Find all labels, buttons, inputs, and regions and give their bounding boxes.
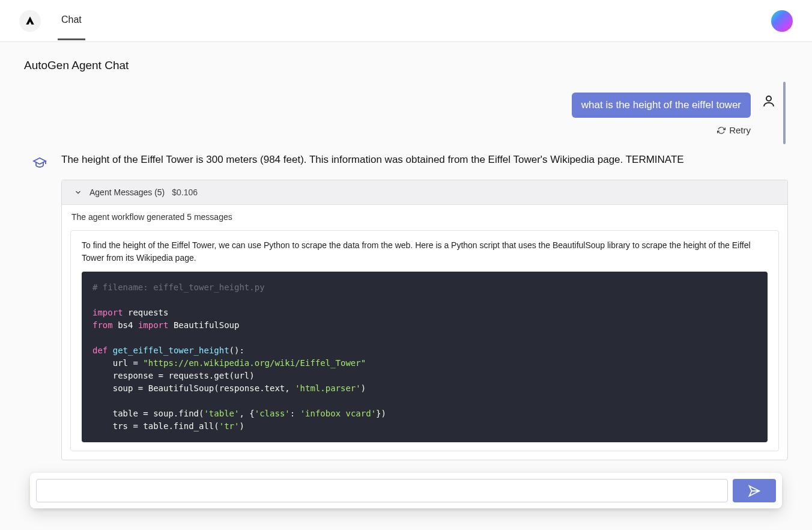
svg-point-0	[766, 96, 771, 101]
user-message: what is the height of the eiffel tower	[572, 93, 751, 118]
assistant-content: The height of the Eiffel Tower is 300 me…	[61, 152, 788, 460]
panel-title: Agent Messages (5)	[89, 187, 165, 197]
code-block: # filename: eiffel_tower_height.py impor…	[82, 272, 768, 442]
tab-chat[interactable]: Chat	[58, 1, 85, 40]
graduation-cap-icon	[32, 156, 47, 170]
panel-cost: $0.106	[172, 187, 198, 197]
send-button[interactable]	[733, 479, 776, 502]
user-icon	[762, 94, 776, 108]
agent-messages-panel: Agent Messages (5) $0.106 The agent work…	[61, 180, 788, 460]
app-header: Chat	[0, 0, 812, 42]
assistant-text: The height of the Eiffel Tower is 300 me…	[61, 152, 788, 168]
logo-icon	[24, 15, 36, 27]
agent-message-card: To find the height of the Eiffel Tower, …	[70, 230, 779, 451]
panel-subtext: The agent workflow generated 5 messages	[62, 205, 787, 230]
user-bubble-wrap: what is the height of the eiffel tower R…	[572, 93, 751, 135]
header-left: Chat	[19, 1, 85, 40]
card-text: To find the height of the Eiffel Tower, …	[82, 239, 768, 264]
app-logo[interactable]	[19, 10, 41, 32]
panel-header[interactable]: Agent Messages (5) $0.106	[62, 180, 787, 205]
scrollbar[interactable]	[783, 82, 786, 144]
retry-label: Retry	[729, 125, 751, 135]
chat-input[interactable]	[36, 479, 728, 502]
page-title: AutoGen Agent Chat	[0, 42, 812, 79]
avatar[interactable]	[771, 10, 793, 32]
chevron-down-icon	[74, 188, 82, 196]
input-bar	[30, 473, 782, 508]
user-message-row: what is the height of the eiffel tower R…	[24, 79, 788, 135]
retry-button[interactable]: Retry	[717, 125, 751, 135]
chat-area: what is the height of the eiffel tower R…	[0, 79, 812, 464]
assistant-message-row: The height of the Eiffel Tower is 300 me…	[24, 152, 788, 460]
send-icon	[748, 484, 761, 498]
refresh-icon	[717, 126, 726, 135]
